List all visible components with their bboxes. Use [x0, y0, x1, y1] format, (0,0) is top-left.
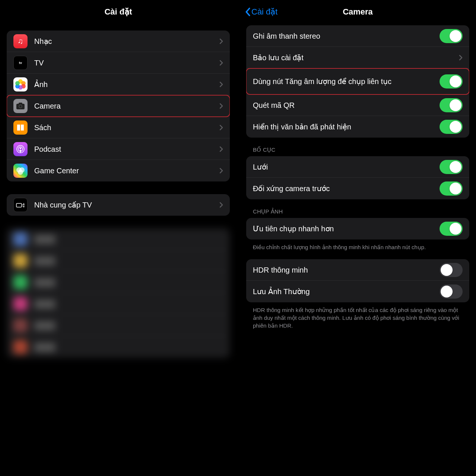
blurred-label: ████ — [34, 256, 223, 266]
blurred-row: ████ — [7, 228, 230, 250]
burst-toggle[interactable] — [440, 74, 463, 89]
chevron-right-icon — [459, 55, 463, 61]
row-label: Quét mã QR — [253, 100, 440, 110]
settings-row-music[interactable]: ♫Nhạc — [7, 30, 230, 52]
group-header-layout: BỐ CỤC — [246, 138, 469, 156]
grid-toggle[interactable] — [440, 160, 463, 174]
blurred-icon — [13, 275, 28, 289]
row-label: Lưới — [253, 162, 440, 172]
row-label: Hiển thị văn bản đã phát hiện — [253, 122, 440, 132]
books-icon — [13, 120, 28, 135]
camera-row-stereo[interactable]: Ghi âm thanh stereo — [246, 25, 469, 47]
podcast-icon — [13, 142, 28, 156]
camera-row-grid[interactable]: Lưới — [246, 156, 469, 178]
row-label: HDR thông minh — [253, 265, 440, 275]
settings-row-photos[interactable]: Ảnh — [7, 74, 230, 95]
settings-screen: Cài đặt ♫NhạctvTVẢnhCameraSáchPodcastGam… — [0, 0, 237, 476]
camera-settings-screen: Cài đặt Camera Ghi âm thanh stereoBảo lư… — [239, 0, 476, 476]
settings-content[interactable]: ♫NhạctvTVẢnhCameraSáchPodcastGame Center… — [0, 24, 237, 476]
back-label: Cài đặt — [251, 7, 277, 17]
tvprovider-icon — [13, 198, 28, 212]
chevron-right-icon — [219, 125, 223, 131]
chevron-left-icon — [245, 7, 251, 16]
row-label: Dùng nút Tăng âm lượng để chụp liên tục — [253, 77, 440, 86]
row-label: Ghi âm thanh stereo — [253, 31, 440, 41]
qr-toggle[interactable] — [440, 98, 463, 112]
row-label: Camera — [34, 101, 219, 111]
chevron-right-icon — [219, 81, 223, 87]
keepnormal-toggle[interactable] — [440, 284, 463, 299]
settings-row-tvprovider[interactable]: Nhà cung cấp TV — [7, 194, 230, 216]
row-label: Nhạc — [34, 36, 219, 46]
row-label: Ảnh — [34, 80, 219, 89]
settings-row-books[interactable]: Sách — [7, 117, 230, 138]
row-label: Nhà cung cấp TV — [34, 200, 219, 210]
svg-point-6 — [20, 148, 21, 149]
camera-row-qr[interactable]: Quét mã QR — [246, 94, 469, 116]
chevron-right-icon — [219, 60, 223, 66]
chevron-right-icon — [219, 202, 223, 208]
row-label: Đối xứng camera trước — [253, 184, 440, 193]
camera-row-burst[interactable]: Dùng nút Tăng âm lượng để chụp liên tục — [246, 68, 469, 94]
svg-point-9 — [18, 170, 23, 175]
blurred-label: ████ — [34, 321, 223, 330]
camera-row-faster[interactable]: Ưu tiên chụp nhanh hơn — [246, 218, 469, 239]
chevron-right-icon — [219, 168, 223, 174]
group-footer-hdr: HDR thông minh kết hợp những phần tốt nh… — [246, 302, 469, 331]
mirror-toggle[interactable] — [440, 181, 463, 196]
blurred-icon — [13, 254, 28, 268]
hdr-toggle[interactable] — [440, 263, 463, 277]
svg-point-3 — [19, 105, 22, 107]
page-title: Cài đặt — [104, 7, 132, 17]
camera-row-mirror[interactable]: Đối xứng camera trước — [246, 178, 469, 199]
blurred-icon — [13, 340, 28, 354]
settings-row-camera[interactable]: Camera — [7, 95, 230, 117]
tv-icon: tv — [13, 56, 28, 70]
camera-icon — [13, 99, 28, 113]
group-footer-capture: Điều chỉnh chất lượng hình ảnh thông min… — [246, 239, 469, 253]
blurred-row: ████ — [7, 336, 230, 358]
row-label: Game Center — [34, 166, 219, 176]
svg-rect-1 — [19, 103, 22, 104]
blurred-label: ████ — [34, 277, 223, 287]
blurred-label: ████ — [34, 342, 223, 352]
faster-toggle[interactable] — [440, 222, 463, 236]
row-label: Lưu Ảnh Thường — [253, 287, 440, 296]
settings-group-tvprovider: Nhà cung cấp TV — [7, 194, 230, 216]
blurred-icon — [13, 318, 28, 332]
blurred-row: ████ — [7, 315, 230, 336]
row-label: TV — [34, 58, 219, 68]
camera-group-hdr: HDR thông minhLưu Ảnh Thường — [246, 259, 469, 302]
blurred-row: ████ — [7, 271, 230, 293]
camera-row-keepnormal[interactable]: Lưu Ảnh Thường — [246, 281, 469, 302]
blurred-icon — [13, 232, 28, 246]
settings-group-media: ♫NhạctvTVẢnhCameraSáchPodcastGame Center — [7, 30, 230, 181]
page-title: Camera — [343, 7, 373, 17]
camera-row-preserve[interactable]: Bảo lưu cài đặt — [246, 47, 469, 68]
settings-row-tv[interactable]: tvTV — [7, 52, 230, 74]
stereo-toggle[interactable] — [440, 29, 463, 43]
blurred-row: ████ — [7, 250, 230, 271]
camera-group-layout: LướiĐối xứng camera trước — [246, 156, 469, 199]
photos-icon — [13, 77, 28, 91]
chevron-right-icon — [219, 146, 223, 152]
svg-rect-10 — [16, 203, 22, 207]
settings-group-blurred: ████████████████████████ — [7, 228, 230, 358]
blurred-icon — [13, 297, 28, 311]
settings-row-gamecenter[interactable]: Game Center — [7, 160, 230, 181]
music-icon: ♫ — [13, 34, 28, 48]
camera-group-main: Ghi âm thanh stereoBảo lưu cài đặtDùng n… — [246, 25, 469, 138]
header: Cài đặt Camera — [239, 0, 476, 24]
camera-row-text[interactable]: Hiển thị văn bản đã phát hiện — [246, 116, 469, 138]
camera-content[interactable]: Ghi âm thanh stereoBảo lưu cài đặtDùng n… — [239, 24, 476, 476]
row-label: Bảo lưu cài đặt — [253, 53, 459, 62]
text-toggle[interactable] — [440, 120, 463, 134]
row-label: Ưu tiên chụp nhanh hơn — [253, 224, 440, 234]
camera-row-hdr[interactable]: HDR thông minh — [246, 259, 469, 281]
header: Cài đặt — [0, 0, 237, 24]
row-label: Podcast — [34, 144, 219, 154]
back-button[interactable]: Cài đặt — [245, 7, 277, 17]
settings-row-podcast[interactable]: Podcast — [7, 138, 230, 160]
group-header-capture: CHỤP ẢNH — [246, 199, 469, 218]
gamecenter-icon — [13, 164, 28, 178]
